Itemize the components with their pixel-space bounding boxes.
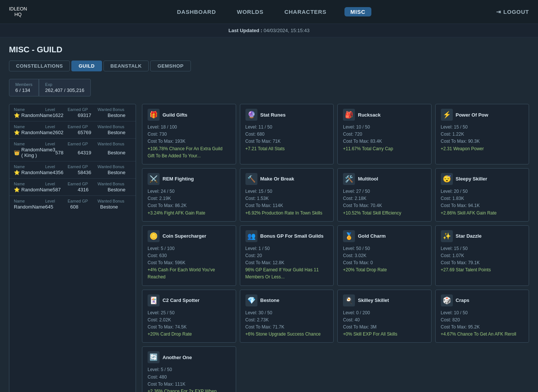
skill-name: Bestone — [260, 297, 279, 303]
skill-card[interactable]: 🃏 C2 Card Spotter Level: 25 / 50 Cost: 2… — [142, 290, 236, 343]
skill-icon: 🔮 — [245, 109, 257, 121]
col-earned-label: Earned GP — [68, 164, 98, 169]
skill-header: 🍳 Skilley Skillet — [343, 294, 426, 306]
skill-level: Level: 25 / 50 — [148, 309, 231, 317]
skill-name: Guild Gifts — [163, 112, 187, 118]
skill-card[interactable]: 👥 Bonus GP For Small Guilds Level: 1 / 5… — [240, 225, 334, 286]
skill-bonus: 96% GP Earned If Your Guild Has 11 Membe… — [245, 266, 328, 281]
skill-cost: Cost: 3.02K — [343, 252, 426, 259]
skill-card[interactable]: ✨ Star Dazzle Level: 15 / 50 Cost: 1.07K… — [435, 225, 529, 286]
star-icon: ⭐ — [14, 130, 20, 135]
skill-card[interactable]: 🎁 Guild Gifts Level: 18 / 100 Cost: 730 … — [142, 104, 236, 164]
logout-button[interactable]: ⇥ LOGOUT — [496, 9, 529, 15]
skill-card[interactable]: 🍳 Skilley Skillet Level: 0 / 200 Cost: 4… — [337, 290, 432, 343]
skill-cost-to-max: Cost To Max: 70.4K — [343, 202, 426, 209]
skill-card[interactable]: 🔮 Stat Runes Level: 11 / 50 Cost: 680 Co… — [240, 104, 334, 164]
skill-icon: 🪙 — [148, 230, 160, 242]
star-icon: ⭐ — [14, 112, 20, 118]
skill-card[interactable]: 🏅 Gold Charm Level: 50 / 50 Cost: 3.02K … — [337, 225, 432, 286]
member-row: Name Level Earned GP Wanted Bonus ⭐Rando… — [9, 121, 136, 139]
skills-grid: 🎁 Guild Gifts Level: 18 / 100 Cost: 730 … — [142, 104, 529, 392]
skill-level: Level: 10 / 50 — [343, 124, 426, 131]
skill-name: Craps — [456, 297, 470, 303]
skill-level: Level: 15 / 50 — [441, 245, 524, 252]
guild-info: Members 6 / 134 Exp 262,407 / 305,216 — [9, 79, 529, 96]
skill-level: Level: 0 / 200 — [343, 309, 426, 317]
skill-detail: Level: 18 / 100 Cost: 730 Cost To Max: 1… — [148, 124, 231, 160]
skill-header: ✨ Star Dazzle — [441, 230, 524, 242]
skill-bonus: +106.78% Chance For An Extra Guild Gift … — [148, 145, 231, 160]
skill-card[interactable]: 🛠️ Multitool Level: 27 / 50 Cost: 2.18K … — [337, 168, 432, 222]
skill-detail: Level: 10 / 50 Cost: 820 Cost To Max: 95… — [441, 309, 524, 338]
skill-card[interactable]: ⚔️ REM Fighting Level: 24 / 50 Cost: 2.1… — [142, 168, 236, 222]
skill-name: Bonus GP For Small Guilds — [260, 233, 324, 239]
skill-card[interactable]: 🎲 Craps Level: 10 / 50 Cost: 820 Cost To… — [435, 290, 529, 343]
skill-card[interactable]: 🪙 Coin Supercharger Level: 5 / 100 Cost:… — [142, 225, 236, 286]
skill-level: Level: 18 / 100 — [148, 124, 231, 131]
tab-constellations[interactable]: CONSTELLATIONS — [9, 61, 70, 71]
member-earned-gp: 58436 — [78, 170, 108, 175]
skill-cost: Cost: 2.02K — [148, 317, 231, 324]
col-wanted-label: Wanted Bonus — [98, 124, 131, 129]
col-level-label: Level — [45, 142, 68, 146]
nav-worlds[interactable]: WORLDS — [234, 7, 266, 16]
skill-cost-to-max: Cost To Max: 79.1K — [441, 259, 524, 266]
skill-cost-to-max: Cost To Max: 3M — [343, 324, 426, 331]
skill-card[interactable]: 🔨 Make Or Break Level: 15 / 50 Cost: 1.5… — [240, 168, 334, 222]
skill-bonus: +10.52% Total Skill Efficiency — [343, 210, 426, 217]
tab-guild[interactable]: GUILD — [71, 61, 102, 71]
member-level: 578 — [55, 150, 78, 155]
skill-name: Stat Runes — [260, 112, 286, 118]
nav-dashboard[interactable]: DASHBOARD — [174, 7, 219, 16]
nav-misc[interactable]: MISC — [344, 7, 372, 16]
skill-level: Level: 24 / 50 — [148, 188, 231, 195]
skill-detail: Level: 5 / 50 Cost: 480 Cost To Max: 111… — [148, 366, 231, 392]
tab-gemshop[interactable]: GEMSHOP — [150, 61, 191, 71]
skill-cost: Cost: 1.53K — [245, 195, 328, 202]
skill-detail: Level: 1 / 50 Cost: 20 Cost To Max: 12.8… — [245, 245, 328, 281]
skill-name: Make Or Break — [260, 176, 294, 182]
skill-name: Multitool — [358, 176, 378, 182]
member-name: ⭐RandomName4 — [14, 170, 55, 175]
skill-detail: Level: 24 / 50 Cost: 2.19K Cost To Max: … — [148, 188, 231, 217]
member-level: 356 — [55, 170, 78, 175]
skill-header: 🔨 Make Or Break — [245, 173, 328, 185]
skill-card[interactable]: ⚡ Power Of Pow Level: 15 / 50 Cost: 1.22… — [435, 104, 529, 164]
skill-card[interactable]: 😴 Sleepy Skiller Level: 20 / 50 Cost: 1.… — [435, 168, 529, 222]
member-name: ⭐RandomName2 — [14, 130, 55, 135]
member-wanted-bonus: Bestone — [108, 112, 141, 118]
skill-card[interactable]: 🔄 Another One Level: 5 / 50 Cost: 480 Co… — [142, 346, 236, 392]
skill-name: C2 Card Spotter — [163, 297, 200, 303]
skill-icon: ⚡ — [441, 109, 453, 121]
star-icon: ⭐ — [14, 170, 20, 175]
logo-line2: HQ — [9, 12, 27, 17]
member-wanted-bonus: Bestone — [100, 204, 134, 210]
skill-cost: Cost: 730 — [148, 131, 231, 138]
col-name-label: Name — [14, 124, 45, 129]
skill-icon: 🛠️ — [343, 173, 355, 185]
tab-beanstalk[interactable]: BEANSTALK — [103, 61, 149, 71]
member-earned-gp: 608 — [70, 204, 100, 210]
skill-bonus: +27.69 Star Talent Points — [441, 266, 524, 274]
member-wanted-bonus: Bestone — [108, 187, 141, 192]
skill-cost-to-max: Cost To Max: 596K — [148, 259, 231, 266]
members-label: Members — [15, 82, 33, 87]
skill-level: Level: 20 / 50 — [441, 188, 524, 195]
skill-bonus: +4.67% Chance To Get An AFK Reroll — [441, 331, 524, 338]
last-updated-value: 04/03/2024, 15:15:43 — [264, 28, 310, 33]
skill-header: ⚔️ REM Fighting — [148, 173, 231, 185]
skill-level: Level: 27 / 50 — [343, 188, 426, 195]
nav-characters[interactable]: CHARACTERS — [281, 7, 330, 16]
skill-bonus: +2.31 Weapon Power — [441, 145, 524, 152]
skill-cost: Cost: 2.18K — [343, 195, 426, 202]
members-value: 6 / 134 — [15, 87, 33, 93]
skill-icon: 🏅 — [343, 230, 355, 242]
skill-card[interactable]: 🎒 Rucksack Level: 10 / 50 Cost: 720 Cost… — [337, 104, 432, 164]
skill-bonus: +6% Stone Upgrade Success Chance — [245, 331, 328, 338]
skill-icon: 🎒 — [343, 109, 355, 121]
skill-card[interactable]: 💎 Bestone Level: 30 / 50 Cost: 2.73K Cos… — [240, 290, 334, 343]
col-level-label: Level — [45, 199, 68, 203]
skill-name: Skilley Skillet — [358, 297, 389, 303]
exp-label: Exp — [45, 82, 84, 87]
skill-cost-to-max: Cost To Max: 94.1K — [441, 202, 524, 209]
